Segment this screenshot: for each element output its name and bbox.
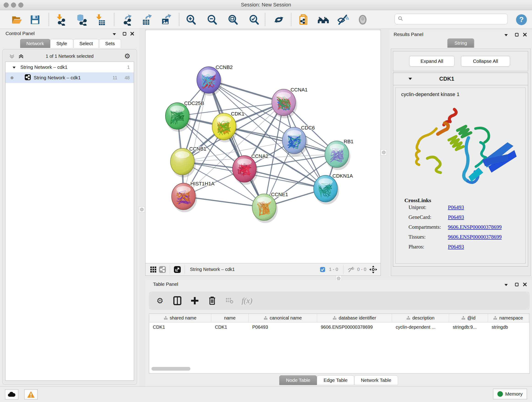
table-cell[interactable]: CDK1 bbox=[211, 322, 249, 332]
zoom-fit-icon[interactable] bbox=[227, 13, 239, 26]
tab-edge-table[interactable]: Edge Table bbox=[317, 375, 354, 385]
crosslink-link[interactable]: P06493 bbox=[448, 204, 464, 211]
network-node-ccna1[interactable]: CCNA1 bbox=[272, 87, 308, 118]
network-canvas[interactable]: CCNB2CCNA1CDC25BCDK1CDC6RB1CCNB1CCNA2CDK… bbox=[146, 30, 380, 263]
crosslink-row: Tissues:9606.ENSP00000378699 bbox=[409, 234, 525, 240]
tab-node-table[interactable]: Node Table bbox=[279, 375, 317, 385]
warnings-button[interactable] bbox=[24, 389, 38, 400]
search-icon bbox=[398, 16, 403, 22]
network-current-dot-icon bbox=[11, 76, 13, 79]
network-icon-gray[interactable] bbox=[158, 265, 167, 274]
node-table[interactable]: shared namenamecanonical namedatabase id… bbox=[149, 313, 530, 374]
export-table-icon[interactable] bbox=[141, 13, 154, 26]
hide-selected-icon[interactable] bbox=[336, 13, 349, 26]
panel-close-icon[interactable] bbox=[129, 31, 135, 37]
results-panel: Results Panel String Expand All Collapse… bbox=[389, 30, 532, 276]
panel-menu-icon[interactable] bbox=[111, 31, 117, 37]
network-collection-row[interactable]: String Network – cdk1 1 bbox=[6, 62, 134, 72]
refresh-icon[interactable] bbox=[272, 13, 285, 26]
clone-network-icon[interactable] bbox=[298, 13, 310, 26]
tab-network-table[interactable]: Network Table bbox=[354, 375, 398, 385]
panel-menu-icon[interactable] bbox=[503, 282, 509, 288]
tab-sets[interactable]: Sets bbox=[99, 39, 121, 48]
crosslink-row: Uniprot:P06493 bbox=[409, 204, 525, 211]
network-node-ccne1[interactable]: CCNE1 bbox=[252, 191, 288, 223]
crosslink-link[interactable]: P06493 bbox=[448, 244, 464, 250]
save-session-icon[interactable] bbox=[29, 13, 41, 26]
network-label: String Network – cdk1 bbox=[34, 75, 81, 80]
zoom-out-icon[interactable] bbox=[206, 13, 219, 26]
network-options-gear-icon[interactable]: ⚙ bbox=[124, 53, 130, 60]
table-cell[interactable]: P06493 bbox=[249, 322, 317, 332]
network-node-ccnb1[interactable]: CCNB1 bbox=[171, 146, 206, 177]
crosslink-link[interactable]: P06493 bbox=[448, 214, 464, 220]
network-node-ccna2[interactable]: CCNA2 bbox=[233, 153, 268, 185]
tab-string[interactable]: String bbox=[447, 38, 474, 48]
column-header-shared-name[interactable]: shared name bbox=[149, 314, 211, 322]
panel-float-icon[interactable] bbox=[514, 281, 520, 287]
column-header--id[interactable]: @id bbox=[449, 314, 488, 322]
birds-eye-view-icon[interactable] bbox=[369, 265, 378, 274]
crosslink-row: Pharos:P06493 bbox=[409, 244, 525, 250]
crosslink-link[interactable]: 9606.ENSP00000378699 bbox=[448, 234, 502, 240]
search-input[interactable] bbox=[405, 14, 507, 24]
network-node-hist1h1a[interactable]: HIST1H1A bbox=[172, 181, 215, 212]
delete-column-icon[interactable] bbox=[206, 294, 219, 307]
table-row[interactable]: CDK1CDK1P064939606.ENSP00000378699cyclin… bbox=[149, 322, 530, 332]
table-cell[interactable]: CDK1 bbox=[149, 322, 211, 332]
column-header-description[interactable]: description bbox=[392, 314, 449, 322]
panel-close-icon[interactable] bbox=[522, 32, 528, 38]
crosslink-link[interactable]: 9606.ENSP00000378699 bbox=[448, 224, 502, 230]
network-row[interactable]: String Network – cdk1 11 48 bbox=[6, 72, 134, 83]
panel-close-icon[interactable] bbox=[522, 281, 528, 287]
column-header-database-identifier[interactable]: database identifier bbox=[317, 314, 392, 322]
selected-checkbox-icon[interactable] bbox=[318, 265, 327, 274]
table-horizontal-scrollbar[interactable] bbox=[152, 367, 190, 370]
import-table-icon[interactable] bbox=[94, 13, 106, 26]
column-header-canonical-name[interactable]: canonical name bbox=[249, 314, 317, 322]
detach-view-icon[interactable] bbox=[173, 265, 182, 274]
import-network-icon[interactable] bbox=[54, 13, 67, 26]
panel-menu-icon[interactable] bbox=[503, 32, 509, 38]
network-node-rb1[interactable]: RB1 bbox=[325, 139, 354, 170]
export-image-icon[interactable] bbox=[160, 13, 173, 26]
table-cell[interactable]: stringdb:9... bbox=[449, 322, 488, 332]
column-header-name[interactable]: name bbox=[211, 314, 249, 322]
grid-view-icon[interactable] bbox=[149, 265, 158, 274]
cloud-button[interactable] bbox=[5, 389, 18, 400]
collapse-all-button[interactable]: Collapse All bbox=[461, 56, 510, 66]
show-all-icon[interactable] bbox=[356, 13, 369, 26]
table-cell[interactable]: stringdb bbox=[488, 322, 529, 332]
tab-style[interactable]: Style bbox=[50, 39, 73, 48]
left-splitter-handle[interactable] bbox=[139, 206, 145, 212]
first-neighbors-icon[interactable] bbox=[317, 13, 330, 26]
zoom-in-icon[interactable] bbox=[185, 13, 197, 26]
create-column-icon[interactable] bbox=[188, 294, 201, 307]
hidden-eye-icon[interactable] bbox=[346, 265, 355, 274]
table-cell[interactable]: 9606.ENSP00000378699 bbox=[317, 322, 392, 332]
zoom-selected-icon[interactable] bbox=[248, 13, 260, 26]
node-label-ccnb1: CCNB1 bbox=[189, 146, 206, 152]
network-edge[interactable] bbox=[209, 80, 264, 207]
tree-expander-icon[interactable] bbox=[12, 64, 16, 70]
tab-network[interactable]: Network bbox=[20, 39, 50, 48]
memory-button[interactable]: Memory bbox=[493, 389, 527, 399]
show-columns-icon[interactable] bbox=[171, 294, 184, 307]
network-view[interactable]: CCNB2CCNA1CDC25BCDK1CDC6RB1CCNB1CCNA2CDK… bbox=[145, 30, 381, 276]
panel-float-icon[interactable] bbox=[514, 32, 520, 38]
right-splitter-handle[interactable] bbox=[381, 149, 387, 155]
export-network-icon[interactable] bbox=[121, 13, 134, 26]
tab-select[interactable]: Select bbox=[73, 39, 99, 48]
open-file-icon[interactable] bbox=[10, 13, 23, 26]
network-node-cdc6[interactable]: CDC6 bbox=[282, 125, 315, 156]
table-cell[interactable]: cyclin-dependent ... bbox=[392, 322, 449, 332]
network-node-cdk1[interactable]: CDK1 bbox=[212, 111, 244, 142]
import-network-database-icon[interactable] bbox=[75, 13, 88, 26]
column-header-namespace[interactable]: namespace bbox=[488, 314, 529, 322]
table-options-gear-icon[interactable]: ⚙ bbox=[153, 294, 166, 307]
expand-all-button[interactable]: Expand All bbox=[409, 56, 455, 66]
panel-float-icon[interactable] bbox=[121, 31, 127, 37]
help-icon[interactable]: ? bbox=[515, 13, 528, 26]
network-node-cdkn1a[interactable]: CDKN1A bbox=[314, 173, 353, 204]
table-tabs: Node TableEdge TableNetwork Table bbox=[145, 375, 532, 385]
